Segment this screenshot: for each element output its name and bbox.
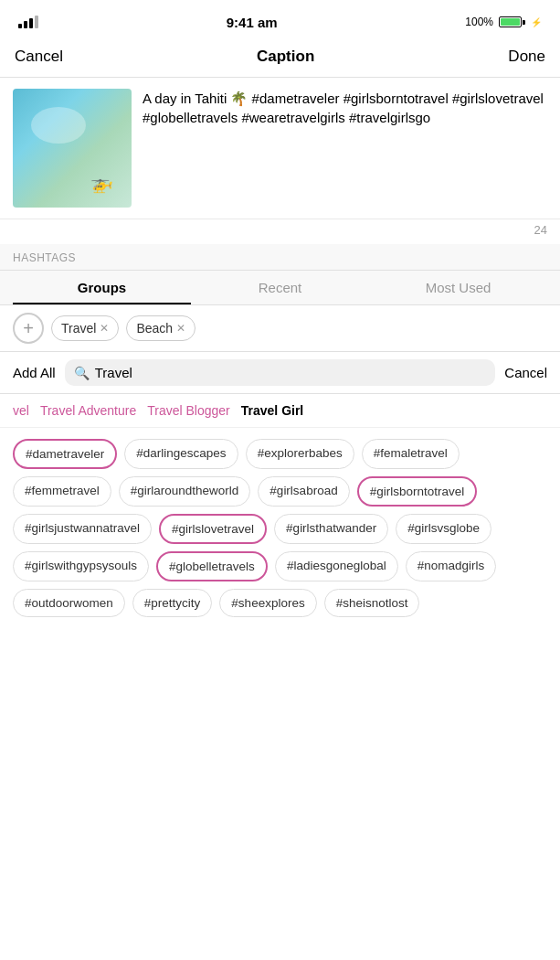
hashtag-pill[interactable]: #explorerbabes [246, 439, 354, 469]
search-icon: 🔍 [74, 366, 90, 380]
caption-area: A day in Tahiti 🌴 #dametraveler #girlsbo… [0, 78, 560, 219]
hashtag-pill[interactable]: #darlingescapes [124, 439, 238, 469]
hashtag-pill[interactable]: #ladiesgoneglobal [275, 551, 398, 581]
hashtag-tabs: Groups Recent Most Used [0, 271, 560, 305]
bolt-icon: ⚡ [531, 17, 542, 27]
hashtag-pill[interactable]: #femaletravel [362, 439, 460, 469]
filter-tag-beach-close[interactable]: ✕ [176, 322, 185, 335]
status-bar: 9:41 am 100% ⚡ [0, 0, 560, 40]
hashtag-pill[interactable]: #girlsvsglobe [396, 514, 491, 544]
battery-percentage: 100% [465, 16, 493, 28]
signal-icon [18, 16, 38, 28]
cat-tab-vel[interactable]: vel [13, 403, 40, 418]
hashtag-pill[interactable]: #girlsborntotravel [357, 476, 478, 507]
filter-row: + Travel ✕ Beach ✕ [0, 305, 560, 352]
hashtag-grid: #dametraveler#darlingescapes#explorerbab… [0, 428, 560, 628]
hashtag-pill[interactable]: #girlsthatwander [274, 514, 388, 544]
hashtag-pill[interactable]: #girlaroundtheworld [119, 476, 251, 507]
tab-recent[interactable]: Recent [191, 271, 369, 304]
hashtag-pill[interactable]: #globelletravels [156, 551, 268, 581]
hashtags-label: HASHTAGS [0, 244, 560, 271]
search-input[interactable] [95, 365, 487, 380]
filter-tag-travel[interactable]: Travel ✕ [51, 315, 119, 341]
nav-bar: Cancel Caption Done [0, 40, 560, 78]
hashtag-pill[interactable]: #sheisnotlost [324, 589, 420, 617]
hashtag-pill[interactable]: #nomadgirls [406, 551, 497, 581]
char-count: 24 [0, 219, 560, 244]
filter-tag-travel-close[interactable]: ✕ [100, 322, 109, 335]
nav-cancel-button[interactable]: Cancel [15, 48, 63, 66]
tab-most-used[interactable]: Most Used [369, 271, 547, 304]
battery-icon [499, 16, 525, 27]
hashtag-pill[interactable]: #outdoorwomen [13, 589, 125, 617]
hashtag-pill[interactable]: #girlslovetravel [159, 514, 267, 544]
hashtag-pill[interactable]: #girlsjustwannatravel [13, 514, 152, 544]
search-row: Add All 🔍 Cancel [0, 352, 560, 394]
add-all-button[interactable]: Add All [13, 365, 56, 380]
status-right: 100% ⚡ [465, 16, 542, 28]
add-filter-button[interactable]: + [13, 313, 44, 344]
hashtag-pill[interactable]: #dametraveler [13, 439, 117, 469]
search-input-wrap: 🔍 [65, 359, 496, 386]
hashtag-pill[interactable]: #girlswithgypsysouls [13, 551, 149, 581]
filter-tag-travel-label: Travel [61, 321, 96, 336]
category-scroll: vel Travel Adventure Travel Blogger Trav… [0, 394, 560, 428]
nav-done-button[interactable]: Done [508, 48, 545, 66]
status-time: 9:41 am [227, 15, 278, 30]
cat-tab-travel-blogger[interactable]: Travel Blogger [147, 403, 241, 418]
filter-tag-beach[interactable]: Beach ✕ [126, 315, 195, 341]
filter-tag-beach-label: Beach [136, 321, 173, 336]
caption-image [13, 89, 132, 208]
tab-groups[interactable]: Groups [13, 271, 191, 304]
hashtag-pill[interactable]: #prettycity [132, 589, 213, 617]
search-cancel-button[interactable]: Cancel [504, 365, 547, 380]
caption-text[interactable]: A day in Tahiti 🌴 #dametraveler #girlsbo… [143, 89, 547, 208]
cat-tab-travel-girl[interactable]: Travel Girl [241, 403, 314, 418]
hashtag-pill[interactable]: #sheexplores [219, 589, 316, 617]
nav-title: Caption [257, 48, 314, 66]
hashtag-pill[interactable]: #girlsabroad [258, 476, 349, 507]
hashtag-pill[interactable]: #femmetravel [13, 476, 111, 507]
cat-tab-travel-adventure[interactable]: Travel Adventure [40, 403, 147, 418]
